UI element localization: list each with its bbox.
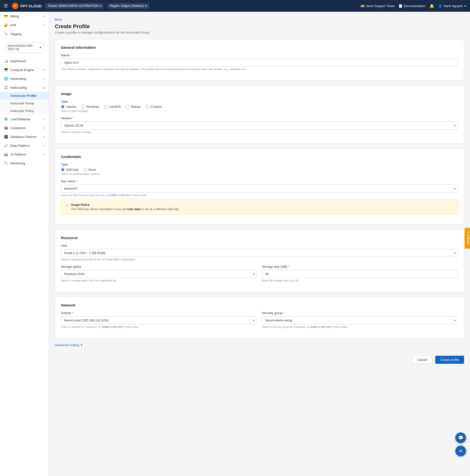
sidebar-item-networking[interactable]: 🌐 Networking ▾ — [0, 74, 49, 83]
documentation-link[interactable]: 📄 Documentation — [399, 4, 425, 8]
image-type-debian[interactable]: Debian — [126, 105, 141, 108]
name-input[interactable] — [61, 59, 458, 67]
security-group-label: Security group * — [262, 311, 458, 315]
networking-chevron: ▾ — [44, 77, 45, 80]
image-type-centos[interactable]: CentOS — [104, 105, 121, 108]
version-select[interactable]: Ubuntu 22.04 — [61, 121, 458, 130]
dashboard-icon: 📊 — [4, 59, 8, 63]
subnet-required: * — [72, 311, 73, 315]
storage-policy-select[interactable]: Premium-SSD — [61, 270, 257, 278]
credentials-ssh-key[interactable]: SSH key — [61, 168, 79, 171]
debian-radio[interactable] — [126, 105, 129, 108]
ai-fab-button[interactable]: AI — [455, 446, 466, 456]
sidebar-top-section: 💳 Billing ▾ 🔐 IAM ▾ 🏷️ Tagging — [0, 12, 49, 38]
security-group-required: * — [283, 311, 285, 315]
sidebar-item-monitoring[interactable]: 📉 Monitoring — [0, 159, 49, 168]
create-new-subnet-link[interactable]: create a new one — [102, 325, 122, 328]
svg-text:F: F — [15, 5, 16, 8]
credentials-type-radio-group: SSH key None — [61, 168, 458, 171]
resource-title: Resource — [61, 236, 458, 240]
credentials-title: Credentials — [61, 154, 458, 159]
centos-radio[interactable] — [104, 105, 108, 108]
sidebar-item-billing[interactable]: 💳 Billing ▾ — [0, 12, 49, 21]
name-label: Name * — [61, 53, 458, 57]
storage-size-group: Storage size (GB) * Enter the storage si… — [262, 265, 458, 282]
none-radio[interactable] — [83, 168, 87, 171]
network-title: Network — [61, 303, 458, 307]
page-subtitle: Create a profile to manage configuaratio… — [55, 31, 464, 34]
key-name-select[interactable]: hieunn23 — [61, 185, 458, 193]
security-group-select[interactable]: hieunn-demo-secgr — [262, 316, 458, 324]
general-information-card: General Information Name * Only letters,… — [55, 39, 464, 81]
cancel-button[interactable]: Cancel — [412, 356, 432, 364]
sidebar-item-autoscale-profile[interactable]: Autoscale Profile — [0, 92, 49, 100]
ubuntu-radio[interactable] — [61, 105, 65, 108]
sidebar-item-containers[interactable]: 📦 Containers ▾ — [0, 123, 49, 132]
support-icon: 🎫 — [361, 4, 364, 8]
ssh-key-radio[interactable] — [61, 168, 65, 171]
credentials-none[interactable]: None — [83, 168, 96, 171]
security-group-select-wrapper: hieunn-demo-secgr ▾ — [262, 316, 458, 324]
general-information-title: General Information — [61, 45, 458, 50]
subnet-select[interactable]: hieunn-snet (192.168.110.1/24) — [61, 316, 257, 324]
custom-radio[interactable] — [146, 105, 149, 108]
create-new-secgroup-link[interactable]: create a new one — [310, 325, 330, 328]
autoscaling-icon: ⚖️ — [4, 85, 8, 89]
autoscaling-submenu: Autoscale Profile Autoscale Group Autosc… — [0, 92, 49, 115]
tenant-selector[interactable]: Tenant: 000823-INFRA-AUTOMATION ▾ — [46, 3, 104, 9]
size-select[interactable]: Small-1 (1 CPU - 1 GB RAM) — [61, 249, 458, 257]
sidebar-item-tagging[interactable]: 🏷️ Tagging — [0, 29, 49, 38]
ai-platform-chevron: ▾ — [44, 153, 45, 156]
data-platform-chevron: ▾ — [44, 144, 45, 147]
subnet-select-wrapper: hieunn-snet (192.168.110.1/24) ▾ — [61, 316, 257, 324]
back-link[interactable]: Back — [55, 18, 62, 21]
sidebar-item-autoscaling[interactable]: ⚖️ Autoscaling ▴ — [0, 83, 49, 92]
page-title: Create Profile — [55, 23, 464, 30]
sidebar-item-data-platform[interactable]: 📈 Data Platform ▾ — [0, 141, 49, 150]
region-selector[interactable]: Region: Saigon (Vietnam) ▾ — [107, 3, 149, 9]
key-name-label: Key name * — [61, 179, 458, 183]
docs-icon: 📄 — [399, 4, 403, 8]
advanced-setting-toggle[interactable]: Advanced setting ▾ — [55, 343, 464, 347]
credentials-type-group: Type SSH key None Select an authenticati… — [61, 163, 458, 175]
create-profile-button[interactable]: Create profile — [435, 356, 464, 364]
image-type-windows[interactable]: Windows — [81, 105, 99, 108]
logo: F FPT CLOUD — [12, 2, 42, 9]
menu-button[interactable]: ☰ — [4, 3, 8, 9]
sidebar-item-iam[interactable]: 🔐 IAM ▾ — [0, 21, 49, 29]
sidebar: 💳 Billing ▾ 🔐 IAM ▾ 🏷️ Tagging — [0, 12, 49, 476]
sidebar-item-compute-engine[interactable]: 🖥️ Compute Engine ▾ — [0, 65, 49, 74]
sidebar-item-dashboard[interactable]: 📊 Dashboard — [0, 57, 49, 65]
fab-container: 💬 AI — [455, 432, 466, 456]
image-type-ubuntu[interactable]: Ubuntu — [61, 105, 76, 108]
image-type-group: Type Ubuntu Windows CentOS — [61, 100, 458, 112]
data-platform-icon: 📈 — [4, 144, 8, 148]
load-balancer-icon: ⚙️ — [4, 117, 8, 121]
usage-notice-box: ⚠ Usage Notice This SSH key will be over… — [61, 199, 458, 215]
user-menu[interactable]: 👤 Hanh Nguyen ▾ — [438, 4, 466, 8]
sidebar-item-autoscale-policy[interactable]: Autoscale Policy — [0, 107, 49, 115]
resource-card: Resource Size Small-1 (1 CPU - 1 GB RAM)… — [55, 230, 464, 292]
project-selector[interactable]: IAAS-HCM10-OSP-TEST-01 ▾ — [5, 42, 44, 53]
feedback-tab[interactable]: Feedback — [465, 228, 470, 248]
chat-fab-button[interactable]: 💬 — [455, 432, 466, 443]
image-type-custom[interactable]: Custom — [146, 105, 162, 108]
image-title: Image — [61, 92, 458, 96]
advanced-chevron-icon: ▾ — [81, 343, 82, 347]
size-label: Size — [61, 244, 458, 247]
support-ticket-button[interactable]: 🎫 Send Support Ticket — [361, 4, 395, 8]
sidebar-item-database-platform[interactable]: 🗄️ Database Platform ▾ — [0, 132, 49, 141]
storage-size-label: Storage size (GB) * — [262, 265, 458, 269]
sidebar-item-load-balancer[interactable]: ⚙️ Load Balancer ▾ — [0, 115, 49, 123]
storage-size-input[interactable] — [262, 270, 458, 278]
sidebar-item-autoscale-group[interactable]: Autoscale Group — [0, 100, 49, 107]
form-footer: Cancel Create profile — [55, 352, 464, 365]
windows-radio[interactable] — [81, 105, 85, 108]
storage-row: Storage policy Premium-SSD ▾ Select a st… — [61, 265, 458, 286]
create-new-key-link[interactable]: create a new one — [109, 194, 130, 196]
compute-engine-icon: 🖥️ — [4, 68, 8, 72]
storage-policy-select-wrapper: Premium-SSD ▾ — [61, 270, 257, 278]
notifications-button[interactable]: 🔔 — [429, 4, 434, 8]
size-field-group: Size Small-1 (1 CPU - 1 GB RAM) ▾ Select… — [61, 244, 458, 261]
sidebar-item-ai-platform[interactable]: 🤖 AI Platform ▾ — [0, 150, 49, 159]
